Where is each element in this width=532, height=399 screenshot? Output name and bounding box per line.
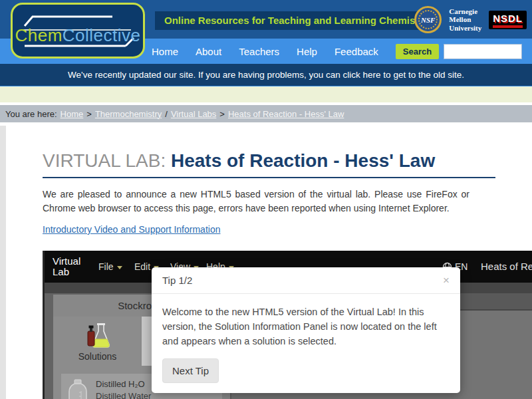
page-title-prefix: VIRTUAL LAB:: [43, 150, 166, 171]
tab-solutions-label: Solutions: [78, 351, 117, 362]
breadcrumb-sep: >: [86, 109, 92, 119]
vlab-brand: Virtual Lab: [53, 256, 80, 277]
breadcrumb-home[interactable]: Home: [61, 109, 84, 119]
stockroom-item-text: Distilled H₂O Distilled Water 3.0 L: [96, 379, 151, 399]
nav-teachers[interactable]: Teachers: [239, 46, 279, 57]
page-title-main: Heats of Reaction - Hess' Law: [171, 150, 435, 171]
tip-dialog-text: Welcome to the new HTML5 version of the …: [162, 305, 450, 348]
nav-help[interactable]: Help: [297, 46, 317, 57]
pale-divider-band: [0, 86, 532, 102]
breadcrumb-thermochemistry[interactable]: Thermochemistry: [95, 109, 162, 119]
nsf-logo-icon: NSF: [414, 6, 442, 33]
nsdl-red-strip: [493, 25, 523, 28]
page-title: VIRTUAL LAB: Heats of Reaction - Hess' L…: [43, 150, 495, 178]
solutions-flask-icon: [82, 322, 113, 350]
site-tagline: Online Resources for Teaching and Learni…: [155, 11, 437, 30]
nav-feedback[interactable]: Feedback: [334, 46, 378, 57]
breadcrumb-prefix: You are here:: [5, 109, 57, 119]
close-icon[interactable]: ×: [443, 275, 450, 286]
cmu-line2: Mellon: [449, 15, 481, 24]
water-jug-icon: [66, 379, 89, 399]
nav-about[interactable]: About: [196, 46, 221, 57]
cmu-logo: Carnegie Mellon University: [449, 7, 481, 33]
breadcrumb-sep: /: [165, 109, 168, 119]
tip-dialog-title: Tip 1/2: [162, 275, 192, 286]
cmu-line1: Carnegie: [449, 7, 481, 16]
chemcollective-logo[interactable]: ChemCollective: [11, 3, 145, 59]
partner-logos: NSF Carnegie Mellon University NSDL: [414, 6, 527, 33]
item-formula: Distilled H₂O: [96, 379, 151, 389]
support-info-link[interactable]: Introductory Video and Support Informati…: [43, 224, 220, 235]
tip-dialog: Tip 1/2 × Welcome to the new HTML5 versi…: [152, 267, 460, 393]
search-input[interactable]: [444, 44, 522, 59]
next-tip-button[interactable]: Next Tip: [162, 358, 219, 383]
cmu-line3: University: [449, 24, 481, 33]
vlab-menu-edit-label: Edit: [134, 261, 150, 272]
nav-home[interactable]: Home: [152, 46, 178, 57]
logo-collective-text: Collective: [63, 25, 141, 45]
intro-paragraph: We are pleased to announce a new HTML5 b…: [43, 188, 469, 215]
tip-dialog-header: Tip 1/2 ×: [152, 267, 460, 294]
caret-down-icon: [117, 266, 122, 269]
site-header: Home About Teachers Help Feedback Search…: [0, 0, 532, 64]
vlab-brand-line2: Lab: [53, 267, 80, 277]
logo-wordmark: ChemCollective: [13, 25, 143, 46]
nsdl-logo: NSDL: [489, 11, 527, 29]
breadcrumb: You are here: Home > Thermochemistry / V…: [0, 105, 532, 122]
nsdl-wordmark: NSDL: [493, 13, 523, 24]
breadcrumb-current-page[interactable]: Heats of Reaction - Hess' Law: [228, 109, 344, 119]
vlab-menu-file-label: File: [98, 261, 114, 272]
item-name: Distilled Water: [96, 391, 151, 399]
breadcrumb-sep: >: [219, 109, 225, 119]
site-update-notice[interactable]: We've recently updated our site. If you …: [0, 64, 532, 86]
tip-dialog-body: Welcome to the new HTML5 version of the …: [152, 294, 460, 393]
page-content: VIRTUAL LAB: Heats of Reaction - Hess' L…: [0, 150, 532, 399]
logo-chem-text: Chem: [15, 25, 62, 45]
virtual-lab-frame: Virtual Lab File Edit View Help EN Heats…: [43, 251, 532, 399]
vlab-assignment-title: Heats of Reaction - Hess' Law: [481, 251, 532, 283]
tab-solutions[interactable]: Solutions: [53, 317, 142, 366]
vlab-menu-file[interactable]: File: [98, 251, 122, 283]
vlab-brand-line1: Virtual: [53, 256, 80, 267]
search-button[interactable]: Search: [396, 44, 439, 59]
breadcrumb-virtual-labs[interactable]: Virtual Labs: [171, 109, 216, 119]
